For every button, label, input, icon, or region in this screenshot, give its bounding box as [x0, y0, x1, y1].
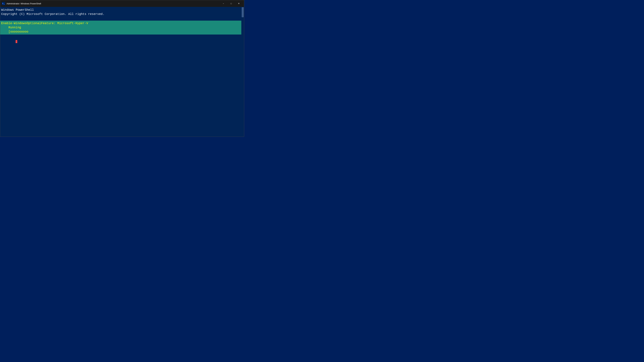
- cursor: [16, 40, 17, 43]
- maximize-button[interactable]: □: [227, 0, 235, 7]
- minimize-button[interactable]: −: [220, 0, 227, 7]
- scrollbar-thumb[interactable]: [242, 7, 244, 17]
- powershell-window: Administrator: Windows PowerShell − □ ✕ …: [0, 0, 244, 137]
- console-highlight-line-2: Running: [1, 25, 242, 30]
- title-bar-left: Administrator: Windows PowerShell: [2, 2, 41, 5]
- close-button[interactable]: ✕: [235, 0, 243, 7]
- console-line-1: Windows PowerShell: [1, 8, 241, 12]
- console-area[interactable]: Windows PowerShell Copyright (C) Microso…: [0, 7, 244, 137]
- highlight-block: Enable-WindowsOptionalFeature: Microsoft…: [0, 21, 242, 35]
- console-content: Windows PowerShell Copyright (C) Microso…: [0, 7, 244, 137]
- console-highlight-line-1: Enable-WindowsOptionalFeature: Microsoft…: [1, 21, 242, 25]
- console-line-3: [1, 16, 241, 20]
- console-highlight-line-3: [oooooooooo: [1, 30, 242, 34]
- console-line-2: Copyright (C) Microsoft Corporation. All…: [1, 12, 241, 16]
- title-bar-controls: − □ ✕: [220, 0, 243, 7]
- powershell-icon: [2, 2, 5, 5]
- console-cursor-line: [1, 34, 241, 47]
- scrollbar[interactable]: [241, 7, 244, 137]
- title-bar: Administrator: Windows PowerShell − □ ✕: [0, 0, 244, 7]
- title-bar-title: Administrator: Windows PowerShell: [6, 2, 41, 5]
